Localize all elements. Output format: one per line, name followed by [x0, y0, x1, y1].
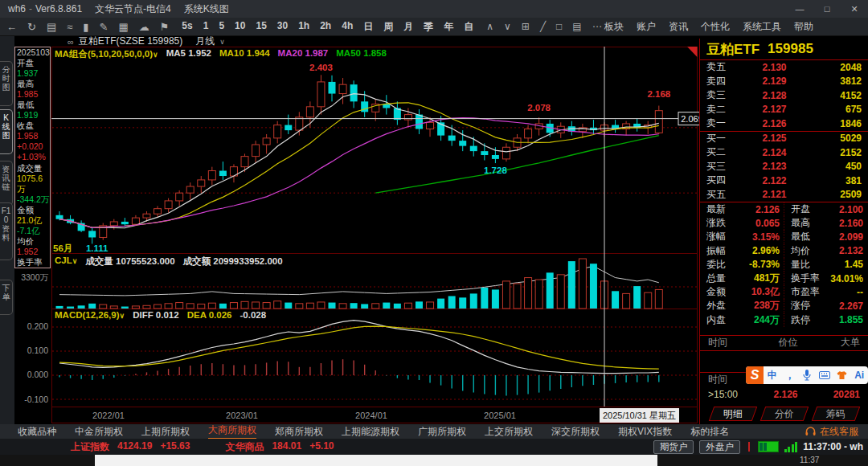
trend-line-icon[interactable]: ≈: [67, 21, 72, 33]
tab-detail[interactable]: 明细: [709, 407, 758, 421]
svg-text:56月: 56月: [53, 243, 72, 253]
menu-帮助[interactable]: 帮助: [794, 20, 813, 34]
ime-keyboard-icon[interactable]: [816, 371, 833, 379]
ime-cn-mode-icon[interactable]: 中: [764, 369, 781, 382]
draw-tool-icon[interactable]: ✎: [100, 21, 108, 33]
close-icon[interactable]: ✕: [841, 0, 868, 18]
menu-板块[interactable]: 板块: [604, 20, 624, 34]
ime-skin-icon[interactable]: [833, 370, 851, 380]
online-service[interactable]: 在线客服: [805, 424, 858, 439]
macd-axis-label: 0.200: [10, 321, 48, 331]
background-window: [95, 455, 657, 466]
refresh-icon[interactable]: ↻: [27, 21, 36, 33]
chevron-down-icon: ∨: [72, 257, 78, 265]
add-pane-icon[interactable]: ⊞: [522, 21, 530, 32]
period-15[interactable]: 15: [256, 20, 266, 34]
market-tab-郑商所期权[interactable]: 郑商所期权: [275, 425, 323, 439]
period-5[interactable]: 5: [219, 20, 224, 34]
big-order-header: 时间 价位 大单: [700, 335, 868, 351]
menu-资讯[interactable]: 资讯: [669, 20, 688, 34]
period-4h[interactable]: 4h: [342, 20, 353, 34]
market-tab-期权VIX指数[interactable]: 期权VIX指数: [618, 425, 672, 439]
draw-line-icon[interactable]: ╱: [540, 21, 546, 32]
sidebar-tab-K线图[interactable]: K线图: [0, 109, 13, 154]
period-月[interactable]: 月: [403, 20, 413, 34]
market-tab-中金所期权[interactable]: 中金所期权: [75, 425, 123, 439]
minimize-icon[interactable]: —: [786, 0, 813, 18]
overseas-account-button[interactable]: 外盘户: [699, 440, 740, 454]
svg-text:2.168: 2.168: [647, 89, 670, 99]
ime-toolbar[interactable]: S 中 ， Ai: [746, 366, 868, 384]
ma5-value: MA5 1.952: [166, 48, 211, 60]
chevron-down-icon[interactable]: ∨: [219, 38, 225, 46]
sidebar-tab-分时图[interactable]: 分时图: [0, 61, 13, 106]
sidebar-tab-F10资料[interactable]: F10资料: [0, 202, 13, 260]
tab-price-dist[interactable]: 分价: [760, 407, 809, 421]
sidebar-tab-下单[interactable]: 下单: [0, 280, 13, 315]
period-季[interactable]: 季: [424, 20, 433, 34]
period-周[interactable]: 周: [383, 20, 393, 34]
ma-group-label[interactable]: MA组合(5,10,20,50,0,0)∨: [55, 48, 158, 60]
alert-bell-icon[interactable]: ⚑: [160, 21, 170, 33]
expand-icon[interactable]: ∨: [504, 21, 511, 32]
market-tab-广期所期权[interactable]: 广期所期权: [418, 425, 466, 439]
menu-账户[interactable]: 账户: [637, 20, 656, 34]
cjl-label[interactable]: CJL∨: [55, 255, 77, 268]
tab-chips[interactable]: 筹码: [812, 407, 861, 421]
shanghai-index[interactable]: 上证指数4124.19+15.63: [71, 440, 190, 454]
market-tab-标的排名[interactable]: 标的排名: [690, 425, 729, 439]
maximize-icon[interactable]: □: [813, 0, 841, 18]
book-row: 买三2.123450: [700, 160, 868, 174]
market-tab-上交所期权[interactable]: 上交所期权: [485, 425, 533, 439]
book-row: 卖五2.1302048: [700, 60, 868, 75]
kline-style-icon[interactable]: ▮: [83, 21, 88, 33]
period-1h[interactable]: 1h: [298, 20, 309, 34]
futures-account-button[interactable]: 期货户: [653, 440, 694, 454]
wenhua-commodity-index[interactable]: 文华商品184.01+5.10: [225, 440, 334, 454]
market-tab-深交所期权[interactable]: 深交所期权: [551, 425, 600, 439]
ime-ai-icon[interactable]: Ai: [850, 370, 868, 381]
market-tab-收藏品种[interactable]: 收藏品种: [18, 425, 56, 439]
period-年[interactable]: 年: [444, 20, 453, 34]
period-2h[interactable]: 2h: [320, 20, 331, 34]
market-tab-上期所期权[interactable]: 上期所期权: [141, 425, 190, 439]
quote-board-icon[interactable]: ▤: [47, 21, 56, 33]
layout-list-icon[interactable]: ▤: [572, 21, 581, 32]
menu-个性化[interactable]: 个性化: [701, 20, 730, 34]
market-tab-大商所期权[interactable]: 大商所期权: [208, 423, 256, 439]
collapse-icon[interactable]: ∧: [486, 21, 493, 32]
stat-委比: 委比-8.73%: [700, 258, 784, 272]
book-row: 卖三2.1284152: [700, 88, 868, 103]
period-日[interactable]: 日: [363, 20, 373, 34]
more-icon[interactable]: ⋯: [592, 21, 602, 32]
stat-金额: 金额10.3亿: [700, 285, 784, 299]
kline-chart[interactable]: 2.0692025/10/31 星期五2022/012023/012024/01…: [51, 45, 707, 424]
period-自[interactable]: 自: [464, 20, 473, 34]
ma-indicator-header: MA组合(5,10,20,50,0,0)∨ MA5 1.952 MA10 1.9…: [55, 48, 387, 60]
period-1[interactable]: 1: [203, 20, 209, 34]
chevron-down-icon: ∨: [120, 312, 125, 320]
volume-indicator-header: CJL∨ 成交量 10755523.000 成交额 2099933952.000: [55, 255, 283, 268]
ime-punctuation-icon[interactable]: ，: [781, 369, 799, 382]
macd-label[interactable]: MACD(12,26,9)∨: [55, 310, 125, 320]
cloud-sync-icon[interactable]: ☁: [139, 21, 149, 33]
sogou-logo-icon[interactable]: S: [746, 366, 764, 384]
svg-text:2.078: 2.078: [527, 103, 551, 112]
period-30[interactable]: 30: [277, 20, 288, 34]
sidebar-tab-资讯链[interactable]: 资讯链: [0, 161, 13, 206]
chevron-down-icon: ∨: [153, 51, 158, 59]
bar-detail-line: 收盘: [17, 121, 50, 131]
back-icon[interactable]: ←: [6, 21, 17, 33]
ma20-value: MA20 1.987: [278, 48, 329, 60]
period-5s[interactable]: 5s: [182, 20, 192, 34]
multi-chart-icon[interactable]: ▦: [118, 21, 128, 33]
rect-tool-icon[interactable]: □: [556, 21, 562, 32]
menu-系统工具[interactable]: 系统工具: [743, 20, 781, 34]
bar-detail-line: +1.03%: [17, 152, 50, 162]
market-tab-上期能源期权[interactable]: 上期能源期权: [342, 425, 399, 439]
stat-总量: 总量481万: [700, 272, 784, 285]
macd-axis-label: 0.000: [10, 370, 48, 379]
period-10[interactable]: 10: [235, 20, 245, 34]
ime-mic-icon[interactable]: [798, 370, 816, 381]
bar-detail-line: 1.952: [17, 247, 50, 257]
